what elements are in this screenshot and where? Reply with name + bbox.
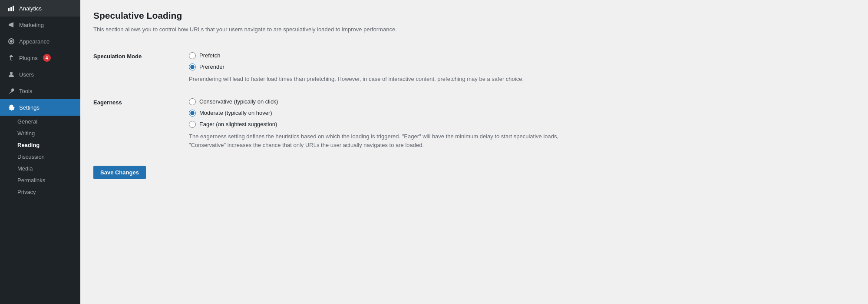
section-title: Speculative Loading bbox=[93, 10, 855, 21]
sidebar-item-plugins-label: Plugins bbox=[19, 55, 38, 61]
svg-rect-2 bbox=[13, 6, 14, 11]
appearance-icon bbox=[7, 37, 16, 46]
speculation-mode-prefetch-radio[interactable] bbox=[189, 52, 196, 59]
submenu-item-media[interactable]: Media bbox=[0, 163, 80, 174]
eagerness-label: Eagerness bbox=[93, 98, 189, 106]
analytics-icon bbox=[7, 4, 16, 13]
sidebar-item-users[interactable]: Users bbox=[0, 66, 80, 83]
eagerness-moderate-label: Moderate (typically on hover) bbox=[199, 110, 272, 116]
svg-point-3 bbox=[10, 72, 13, 74]
section-description: This section allows you to control how U… bbox=[93, 25, 484, 34]
sidebar-item-tools[interactable]: Tools bbox=[0, 83, 80, 99]
speculation-mode-row: Speculation Mode Prefetch Prerender Prer… bbox=[93, 45, 855, 91]
sidebar-item-plugins[interactable]: Plugins 4 bbox=[0, 50, 80, 66]
submenu-item-writing[interactable]: Writing bbox=[0, 127, 80, 139]
speculation-mode-label: Speculation Mode bbox=[93, 52, 189, 60]
sidebar-item-settings-label: Settings bbox=[19, 104, 40, 111]
eagerness-row: Eagerness Conservative (typically on cli… bbox=[93, 91, 855, 157]
eagerness-conservative-radio[interactable] bbox=[189, 98, 196, 105]
settings-icon bbox=[7, 103, 16, 112]
tools-icon bbox=[7, 87, 16, 95]
plugins-icon bbox=[7, 53, 16, 62]
speculation-mode-hint: Prerendering will lead to faster load ti… bbox=[189, 75, 580, 84]
sidebar-item-analytics-label: Analytics bbox=[19, 5, 42, 12]
users-icon bbox=[7, 70, 16, 79]
sidebar-item-tools-label: Tools bbox=[19, 88, 32, 94]
submenu-item-discussion[interactable]: Discussion bbox=[0, 151, 80, 163]
save-button-container: Save Changes bbox=[93, 157, 855, 179]
submenu-item-general[interactable]: General bbox=[0, 116, 80, 127]
submenu-item-permalinks[interactable]: Permalinks bbox=[0, 174, 80, 186]
settings-submenu: General Writing Reading Discussion Media… bbox=[0, 116, 80, 198]
eagerness-radio-group: Conservative (typically on click) Modera… bbox=[189, 98, 855, 128]
eagerness-controls: Conservative (typically on click) Modera… bbox=[189, 98, 855, 150]
marketing-icon bbox=[7, 20, 16, 29]
eagerness-conservative-label: Conservative (typically on click) bbox=[199, 98, 278, 105]
sidebar-item-marketing[interactable]: Marketing bbox=[0, 17, 80, 33]
svg-rect-0 bbox=[8, 8, 10, 11]
eagerness-moderate-option[interactable]: Moderate (typically on hover) bbox=[189, 110, 855, 117]
eagerness-eager-label: Eager (on slightest suggestion) bbox=[199, 121, 277, 127]
speculation-mode-prerender-label: Prerender bbox=[199, 63, 224, 70]
sidebar-item-appearance-label: Appearance bbox=[19, 38, 50, 45]
sidebar: Analytics Marketing Appearance Plugins 4… bbox=[0, 0, 80, 304]
speculation-mode-prefetch-option[interactable]: Prefetch bbox=[189, 52, 855, 59]
eagerness-conservative-option[interactable]: Conservative (typically on click) bbox=[189, 98, 855, 105]
sidebar-item-settings[interactable]: Settings bbox=[0, 99, 80, 116]
speculation-mode-prefetch-label: Prefetch bbox=[199, 52, 220, 59]
speculation-mode-radio-group: Prefetch Prerender bbox=[189, 52, 855, 70]
main-content: Speculative Loading This section allows … bbox=[80, 0, 868, 304]
speculation-mode-prerender-option[interactable]: Prerender bbox=[189, 63, 855, 70]
submenu-item-reading[interactable]: Reading bbox=[0, 139, 80, 151]
eagerness-eager-radio[interactable] bbox=[189, 121, 196, 128]
save-button[interactable]: Save Changes bbox=[93, 166, 146, 179]
svg-rect-1 bbox=[10, 7, 12, 11]
sidebar-item-marketing-label: Marketing bbox=[19, 22, 44, 28]
eagerness-hint: The eagerness setting defines the heuris… bbox=[189, 132, 580, 150]
sidebar-item-analytics[interactable]: Analytics bbox=[0, 0, 80, 17]
sidebar-item-users-label: Users bbox=[19, 71, 34, 78]
plugins-badge: 4 bbox=[43, 54, 51, 62]
speculation-mode-controls: Prefetch Prerender Prerendering will lea… bbox=[189, 52, 855, 84]
eagerness-eager-option[interactable]: Eager (on slightest suggestion) bbox=[189, 121, 855, 128]
eagerness-moderate-radio[interactable] bbox=[189, 110, 196, 117]
submenu-item-privacy[interactable]: Privacy bbox=[0, 186, 80, 198]
speculation-mode-prerender-radio[interactable] bbox=[189, 63, 196, 70]
sidebar-item-appearance[interactable]: Appearance bbox=[0, 33, 80, 50]
